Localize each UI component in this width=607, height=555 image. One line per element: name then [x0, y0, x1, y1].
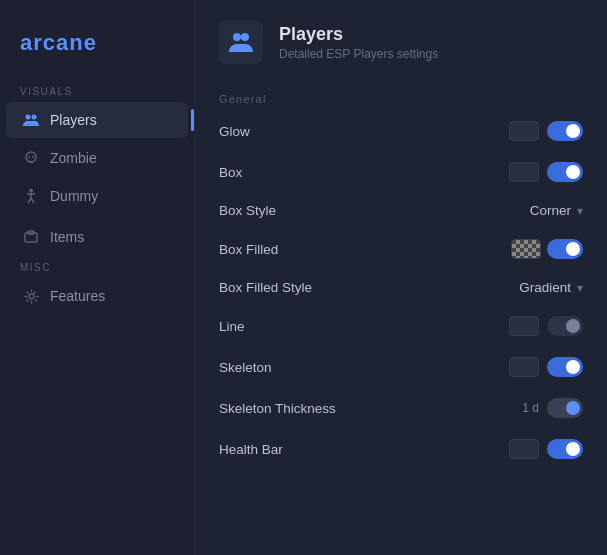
health-bar-control [509, 439, 583, 459]
section-label-visuals: VISUALS [0, 80, 194, 101]
sidebar-item-label-players: Players [50, 112, 97, 128]
page-header-icon [219, 20, 263, 64]
skeleton-control [509, 357, 583, 377]
svg-point-14 [233, 33, 241, 41]
sidebar-item-items[interactable]: Items [6, 219, 188, 255]
glow-control [509, 121, 583, 141]
chevron-down-icon-2: ▾ [577, 281, 583, 295]
setting-row-skeleton: Skeleton [195, 347, 607, 388]
box-filled-label: Box Filled [219, 242, 278, 257]
setting-row-glow: Glow [195, 111, 607, 152]
health-bar-toggle[interactable] [547, 439, 583, 459]
box-filled-toggle[interactable] [547, 239, 583, 259]
svg-point-0 [26, 115, 31, 120]
svg-point-2 [26, 152, 36, 162]
box-filled-style-control: Gradient ▾ [519, 280, 583, 295]
box-filled-style-value: Gradient [519, 280, 571, 295]
main-content: Players Detailed ESP Players settings Ge… [195, 0, 607, 555]
svg-rect-5 [29, 161, 33, 163]
line-toggle[interactable] [547, 316, 583, 336]
gear-icon [22, 287, 40, 305]
page-header-text: Players Detailed ESP Players settings [279, 24, 438, 61]
box-color-btn[interactable] [509, 162, 539, 182]
setting-row-box-filled: Box Filled [195, 229, 607, 270]
line-control [509, 316, 583, 336]
box-style-control: Corner ▾ [530, 203, 583, 218]
box-style-dropdown[interactable]: Corner ▾ [530, 203, 583, 218]
box-style-label: Box Style [219, 203, 276, 218]
skeleton-thickness-label: Skeleton Thickness [219, 401, 336, 416]
svg-point-15 [241, 33, 249, 41]
setting-row-skeleton-thickness: Skeleton Thickness 1 d [195, 388, 607, 429]
sidebar-item-label-dummy: Dummy [50, 188, 98, 204]
svg-point-1 [32, 115, 37, 120]
glow-toggle[interactable] [547, 121, 583, 141]
box-toggle[interactable] [547, 162, 583, 182]
box-style-value: Corner [530, 203, 571, 218]
glow-color-btn[interactable] [509, 121, 539, 141]
sidebar: arcane VISUALS Players Zombie [0, 0, 195, 555]
setting-row-box-style: Box Style Corner ▾ [195, 193, 607, 229]
svg-line-9 [28, 198, 31, 203]
box-filled-control [511, 239, 583, 259]
page-header: Players Detailed ESP Players settings [195, 0, 607, 79]
sidebar-item-label-items: Items [50, 229, 84, 245]
sidebar-item-dummy[interactable]: Dummy [6, 178, 188, 214]
section-label-misc: MISC [0, 256, 194, 277]
svg-point-4 [32, 156, 34, 158]
sidebar-item-label-features: Features [50, 288, 105, 304]
setting-row-box-filled-style: Box Filled Style Gradient ▾ [195, 270, 607, 306]
chevron-down-icon: ▾ [577, 204, 583, 218]
skeleton-label: Skeleton [219, 360, 272, 375]
items-icon [22, 228, 40, 246]
box-filled-style-label: Box Filled Style [219, 280, 312, 295]
skeleton-toggle[interactable] [547, 357, 583, 377]
box-filled-color-btn[interactable] [511, 239, 541, 259]
skeleton-thickness-control: 1 d [522, 398, 583, 418]
sidebar-item-zombie[interactable]: Zombie [6, 140, 188, 176]
sidebar-item-features[interactable]: Features [6, 278, 188, 314]
health-bar-color-btn[interactable] [509, 439, 539, 459]
line-label: Line [219, 319, 245, 334]
page-title: Players [279, 24, 438, 45]
setting-row-box: Box [195, 152, 607, 193]
sidebar-item-label-zombie: Zombie [50, 150, 97, 166]
page-subtitle: Detailed ESP Players settings [279, 47, 438, 61]
svg-line-10 [31, 198, 34, 203]
box-filled-style-dropdown[interactable]: Gradient ▾ [519, 280, 583, 295]
app-logo: arcane [0, 20, 194, 80]
box-control [509, 162, 583, 182]
general-section-label: General [195, 79, 607, 111]
line-color-btn[interactable] [509, 316, 539, 336]
svg-point-13 [29, 294, 34, 299]
setting-row-line: Line [195, 306, 607, 347]
sidebar-item-players[interactable]: Players [6, 102, 188, 138]
svg-point-3 [28, 156, 30, 158]
skeleton-thickness-toggle[interactable] [547, 398, 583, 418]
glow-label: Glow [219, 124, 250, 139]
setting-row-health-bar: Health Bar [195, 429, 607, 470]
skull-icon [22, 149, 40, 167]
players-icon [22, 111, 40, 129]
dummy-icon [22, 187, 40, 205]
skeleton-thickness-value: 1 d [522, 401, 539, 415]
svg-point-6 [29, 189, 33, 193]
skeleton-color-btn[interactable] [509, 357, 539, 377]
box-label: Box [219, 165, 242, 180]
health-bar-label: Health Bar [219, 442, 283, 457]
